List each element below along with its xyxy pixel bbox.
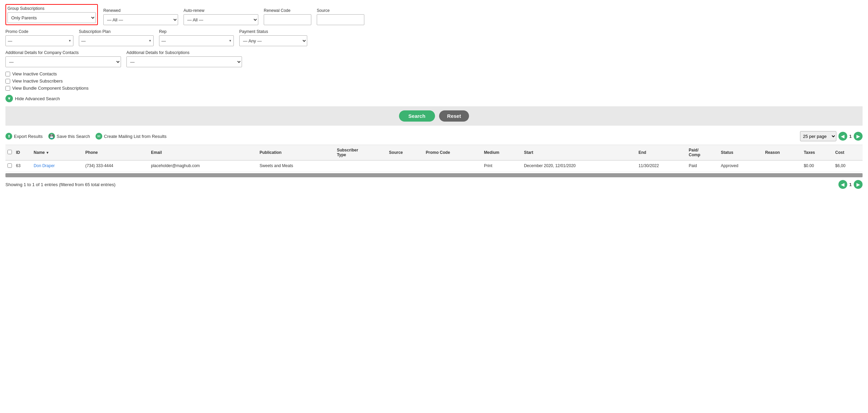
th-subscriber-type: SubscriberType [335,145,387,161]
select-all-checkbox[interactable] [7,150,12,154]
th-checkbox [5,145,14,161]
footer-page-number: 1 [849,182,852,187]
td-paid-comp: Paid [687,160,719,172]
results-footer-right: ◀ 1 ▶ [838,180,863,189]
subscription-plan-label: Subscription Plan [79,29,154,34]
view-bundle-component-label: View Bundle Component Subscriptions [12,86,89,91]
th-cost: Cost [833,145,863,161]
additional-company-label: Additional Details for Company Contacts [5,50,121,55]
source-input[interactable] [317,14,364,25]
th-source: Source [387,145,424,161]
renewed-select[interactable]: — All — Yes No [103,14,178,25]
create-mailing-label: Create Mailing List from Results [104,134,167,139]
view-inactive-subscribers-checkbox[interactable] [5,79,10,84]
rep-label: Rep [159,29,234,34]
th-end: End [637,145,687,161]
renewed-label: Renewed [103,8,178,13]
td-checkbox [5,160,14,172]
row-checkbox[interactable] [7,163,12,168]
th-paid-comp: Paid/Comp [687,145,719,161]
save-search-action[interactable]: 💾 Save this Search [48,133,90,140]
view-inactive-contacts-checkbox[interactable] [5,72,10,76]
additional-subscriptions-select[interactable]: — Option 1 Option 2 [126,56,242,67]
subscription-plan-select[interactable]: — Plan A Plan B [79,35,154,46]
prev-page-button[interactable]: ◀ [838,132,847,141]
auto-renew-filter: Auto-renew — All — Yes No [184,8,258,25]
renewal-code-input[interactable] [264,14,311,25]
save-search-label: Save this Search [57,134,90,139]
create-mailing-icon: ✉ [96,133,102,140]
showing-text: Showing 1 to 1 of 1 entries (filtered fr… [5,182,116,187]
results-toolbar-right: 25 per page 50 per page 100 per page ◀ 1… [800,131,863,141]
view-inactive-contacts-row: View Inactive Contacts [5,71,863,76]
promo-code-label: Promo Code [5,29,73,34]
horizontal-scrollbar[interactable] [5,173,863,177]
additional-details-row: Additional Details for Company Contacts … [5,50,863,67]
source-label: Source [317,8,364,13]
page-container: Group Subscriptions Only Parents — All —… [0,0,868,193]
group-subscriptions-filter: Group Subscriptions Only Parents — All —… [5,4,98,25]
renewed-filter: Renewed — All — Yes No [103,8,178,25]
results-toolbar: ⬆ Export Results 💾 Save this Search ✉ Cr… [5,131,863,141]
auto-renew-select[interactable]: — All — Yes No [184,14,258,25]
create-mailing-action[interactable]: ✉ Create Mailing List from Results [96,133,167,140]
filter-row-1: Group Subscriptions Only Parents — All —… [5,4,863,25]
view-bundle-component-checkbox[interactable] [5,86,10,91]
auto-renew-label: Auto-renew [184,8,258,13]
view-inactive-subscribers-label: View Inactive Subscribers [12,78,63,84]
th-name[interactable]: Name▼ [32,145,83,161]
footer-prev-page-button[interactable]: ◀ [838,180,847,189]
th-status: Status [719,145,763,161]
source-filter: Source [317,8,364,25]
hide-advanced-icon[interactable]: ▼ [5,95,13,102]
payment-status-filter: Payment Status — Any — Paid Unpaid [239,29,307,46]
td-phone: (734) 333-4444 [83,160,149,172]
table-row: 63 Don Draper (734) 333-4444 placeholder… [5,160,863,172]
payment-status-select[interactable]: — Any — Paid Unpaid [239,35,307,46]
additional-subscriptions-filter: Additional Details for Subscriptions — O… [126,50,242,67]
subscriber-name-link[interactable]: Don Draper [34,163,55,168]
th-email: Email [149,145,258,161]
view-bundle-component-row: View Bundle Component Subscriptions [5,86,863,91]
footer-next-page-button[interactable]: ▶ [854,180,863,189]
td-name: Don Draper [32,160,83,172]
td-end: 11/30/2022 [637,160,687,172]
promo-code-select[interactable]: — Code1 Code2 [5,35,73,46]
rep-filter: Rep — Rep 1 Rep 2 [159,29,234,46]
td-source [387,160,424,172]
export-results-action[interactable]: ⬆ Export Results [5,133,43,140]
per-page-select[interactable]: 25 per page 50 per page 100 per page [800,131,836,141]
export-results-icon: ⬆ [5,133,12,140]
td-email: placeholder@maghub.com [149,160,258,172]
td-start: December 2020, 12/01/2020 [522,160,637,172]
additional-company-filter: Additional Details for Company Contacts … [5,50,121,67]
next-page-button[interactable]: ▶ [854,132,863,141]
additional-subscriptions-label: Additional Details for Subscriptions [126,50,242,55]
th-reason: Reason [763,145,802,161]
search-button[interactable]: Search [399,110,435,122]
th-start: Start [522,145,637,161]
hide-advanced-row[interactable]: ▼ Hide Advanced Search [5,95,863,102]
rep-select[interactable]: — Rep 1 Rep 2 [159,35,234,46]
reset-button[interactable]: Reset [439,110,469,122]
results-table: ID Name▼ Phone Email Publication Subscri… [5,145,863,172]
th-medium: Medium [482,145,522,161]
results-footer: Showing 1 to 1 of 1 entries (filtered fr… [5,180,863,189]
subscription-plan-wrapper: — Plan A Plan B [79,35,154,46]
renewal-code-label: Renewal Code [264,8,311,13]
td-status: Approved [719,160,763,172]
renewal-code-filter: Renewal Code [264,8,311,25]
th-publication: Publication [258,145,335,161]
table-header-row: ID Name▼ Phone Email Publication Subscri… [5,145,863,161]
td-medium: Print [482,160,522,172]
group-subscriptions-select[interactable]: Only Parents — All — Only Children [7,12,96,23]
td-id: 63 [14,160,32,172]
promo-code-filter: Promo Code — Code1 Code2 [5,29,73,46]
rep-wrapper: — Rep 1 Rep 2 [159,35,234,46]
group-subscriptions-label: Group Subscriptions [7,6,96,11]
view-inactive-contacts-label: View Inactive Contacts [12,71,57,76]
th-id: ID [14,145,32,161]
page-number: 1 [849,134,852,139]
additional-company-select[interactable]: — Option 1 Option 2 [5,56,121,67]
table-header: ID Name▼ Phone Email Publication Subscri… [5,145,863,161]
